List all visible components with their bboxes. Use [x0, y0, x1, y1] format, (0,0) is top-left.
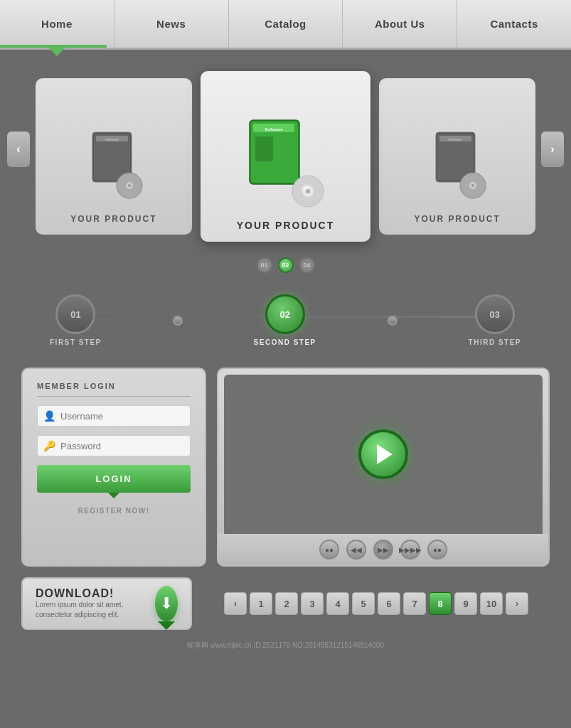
- video-play-button[interactable]: [358, 429, 408, 479]
- page-5[interactable]: 5: [352, 592, 375, 615]
- download-pointer: [158, 621, 175, 630]
- video-controls: ● ◀ ▶ ▶▶ ●: [218, 534, 548, 565]
- login-panel: MEMBER LOGIN 👤 🔑 LOGIN REGISTER NOW!: [21, 368, 206, 567]
- username-field: 👤: [37, 405, 191, 427]
- step-3: 03 THIRD STEP: [469, 294, 521, 346]
- carousel-label-1: YOUR PRODUCT: [70, 214, 156, 224]
- ctrl-prev[interactable]: ◀: [346, 540, 366, 560]
- step-1-label: FIRST STEP: [50, 338, 102, 346]
- page-prev-button[interactable]: ‹: [224, 592, 247, 615]
- carousel-dot-1[interactable]: 01: [257, 257, 272, 273]
- product-box-icon-2: Software: [242, 117, 328, 209]
- svg-text:Software: Software: [105, 137, 119, 141]
- step-connector-2: [388, 316, 397, 326]
- page-next-button[interactable]: ›: [506, 592, 528, 615]
- steps-section: 01 FIRST STEP 02 SECOND STEP 03 THIRD ST…: [0, 287, 571, 360]
- login-title: MEMBER LOGIN: [37, 382, 191, 397]
- carousel-card-2[interactable]: Software YOUR PRODUCT: [201, 71, 371, 242]
- step-1-circle: 01: [55, 294, 95, 334]
- download-icon[interactable]: ⬇: [155, 586, 178, 621]
- step-2-label: SECOND STEP: [254, 338, 316, 346]
- download-title: DOWNLOAD!: [36, 587, 144, 600]
- step-3-circle: 03: [475, 294, 515, 334]
- step-3-label: THIRD STEP: [469, 338, 521, 346]
- ctrl-end[interactable]: ●: [427, 540, 447, 560]
- carousel-dot-3[interactable]: 04: [299, 257, 315, 273]
- carousel-dots: 01 02 04: [0, 257, 571, 273]
- register-link[interactable]: REGISTER NOW!: [37, 507, 191, 515]
- page-9[interactable]: 9: [454, 592, 477, 615]
- page-3[interactable]: 3: [301, 592, 324, 615]
- password-field: 🔑: [37, 435, 191, 456]
- svg-text:Software: Software: [265, 127, 284, 132]
- username-input[interactable]: [60, 411, 184, 422]
- product-box-icon-3: Software: [422, 125, 493, 203]
- carousel-track: Software YOUR PRODUCT Software: [36, 71, 535, 242]
- page-10[interactable]: 10: [480, 592, 503, 615]
- carousel-section: ‹ Software YOUR PRODUCT: [0, 50, 571, 249]
- page-2[interactable]: 2: [275, 592, 298, 615]
- footer-row: DOWNLOAD! Lorem ipsum dolor sit amet, co…: [0, 574, 571, 637]
- page-8[interactable]: 8: [429, 592, 452, 615]
- lock-icon: 🔑: [43, 440, 55, 451]
- navbar: Home News Catalog About Us Cantacts: [0, 0, 571, 50]
- nav-aboutus[interactable]: About Us: [343, 0, 457, 48]
- password-input[interactable]: [60, 441, 184, 451]
- svg-text:Software: Software: [448, 137, 462, 141]
- page-1[interactable]: 1: [250, 592, 272, 615]
- nav-news[interactable]: News: [114, 0, 229, 48]
- carousel-prev-button[interactable]: ‹: [7, 132, 30, 167]
- video-screen: [224, 375, 543, 534]
- login-button[interactable]: LOGIN: [37, 465, 191, 493]
- carousel-card-3[interactable]: Software YOUR PRODUCT: [379, 78, 535, 235]
- bottom-row: MEMBER LOGIN 👤 🔑 LOGIN REGISTER NOW! ● ◀…: [0, 360, 571, 574]
- download-text: DOWNLOAD! Lorem ipsum dolor sit amet, co…: [36, 587, 144, 620]
- svg-point-22: [471, 184, 474, 187]
- page-6[interactable]: 6: [378, 592, 400, 615]
- ctrl-next[interactable]: ▶▶: [400, 540, 420, 560]
- steps-line: 01 FIRST STEP 02 SECOND STEP 03 THIRD ST…: [43, 294, 528, 346]
- carousel-card-1[interactable]: Software YOUR PRODUCT: [36, 78, 192, 235]
- watermark: 昵享网 www.nipic.cn ID:2531170 NO:201405312…: [0, 637, 571, 654]
- carousel-dot-2[interactable]: 02: [278, 257, 294, 273]
- step-connector-1: [173, 316, 183, 326]
- ctrl-play[interactable]: ▶: [373, 540, 393, 560]
- ctrl-stop[interactable]: ●: [319, 540, 339, 560]
- step-2: 02 SECOND STEP: [254, 294, 316, 346]
- carousel-label-2: YOUR PRODUCT: [237, 220, 335, 231]
- step-1: 01 FIRST STEP: [50, 294, 102, 346]
- carousel-label-3: YOUR PRODUCT: [414, 214, 500, 224]
- user-icon: 👤: [43, 410, 55, 422]
- svg-rect-11: [255, 136, 273, 161]
- download-bar: DOWNLOAD! Lorem ipsum dolor sit amet, co…: [21, 577, 192, 630]
- video-panel: ● ◀ ▶ ▶▶ ●: [217, 368, 550, 567]
- pagination: ‹ 1 2 3 4 5 6 7 8 9 10 ›: [203, 592, 550, 615]
- download-body: Lorem ipsum dolor sit amet, consectetur …: [36, 600, 144, 620]
- page-4[interactable]: 4: [326, 592, 349, 615]
- page-7[interactable]: 7: [403, 592, 426, 615]
- svg-point-6: [128, 184, 131, 187]
- nav-home[interactable]: Home: [0, 0, 114, 48]
- step-2-circle: 02: [265, 294, 305, 334]
- nav-catalog[interactable]: Catalog: [229, 0, 343, 48]
- nav-contacts[interactable]: Cantacts: [457, 0, 571, 48]
- download-arrow-icon: ⬇: [160, 594, 173, 613]
- carousel-next-button[interactable]: ›: [541, 132, 564, 167]
- product-box-icon-1: Software: [78, 125, 149, 203]
